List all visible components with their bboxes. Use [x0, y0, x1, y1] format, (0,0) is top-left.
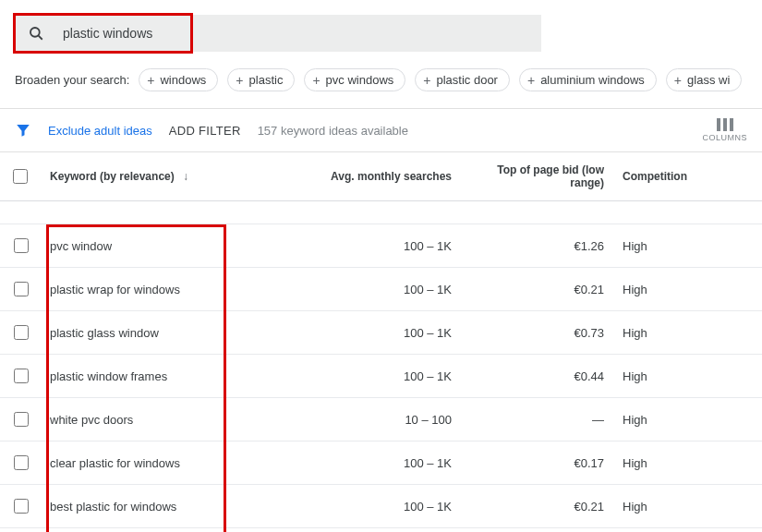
columns-label: COLUMNS [702, 133, 747, 142]
cell-top-bid: €0.73 [461, 311, 613, 355]
table-row: pvc window100 – 1K€1.26High [0, 224, 762, 268]
cell-top-bid: €0.44 [461, 355, 613, 398]
table-row: plastic window frames100 – 1K€0.44High [0, 355, 762, 398]
broaden-search-row: Broaden your search: +windows+plastic+pv… [0, 68, 762, 108]
table-row: clear plastic for windows100 – 1K€0.17Hi… [0, 441, 762, 485]
cell-avg-searches: 100 – 1K [262, 485, 461, 528]
cell-top-bid: €1.26 [461, 224, 613, 268]
search-icon [28, 25, 44, 42]
plus-icon: + [527, 74, 535, 87]
header-avg-searches[interactable]: Avg. monthly searches [262, 152, 461, 201]
sort-desc-icon: ↓ [183, 170, 188, 183]
svg-rect-2 [717, 118, 720, 131]
cell-keyword[interactable]: white pvc doors [41, 398, 262, 441]
chip-label: aluminium windows [540, 73, 645, 87]
cell-top-bid: €0.17 [461, 441, 613, 485]
cell-keyword[interactable]: plastic wrap for windows [41, 268, 262, 311]
select-all-checkbox[interactable] [13, 169, 28, 184]
cell-avg-searches: 100 – 1K [262, 268, 461, 311]
header-competition[interactable]: Competition [613, 152, 762, 201]
header-checkbox-cell [0, 152, 41, 201]
cell-competition: High [613, 355, 762, 398]
search-input[interactable] [61, 25, 528, 42]
cell-keyword[interactable]: outdoor window plastic [41, 528, 262, 533]
cell-competition: High [613, 224, 762, 268]
cell-keyword[interactable]: best plastic for windows [41, 485, 262, 528]
chip-label: windows [160, 73, 206, 87]
broaden-chip[interactable]: +pvc windows [304, 68, 405, 91]
header-keyword[interactable]: Keyword (by relevance) ↓ [41, 152, 262, 201]
cell-top-bid: €0.17 [461, 528, 613, 533]
cell-competition: High [613, 398, 762, 441]
table-row: plastic wrap for windows100 – 1K€0.21Hig… [0, 268, 762, 311]
cell-top-bid: — [461, 398, 613, 441]
cell-top-bid: €0.21 [461, 268, 613, 311]
cell-competition: High [613, 485, 762, 528]
chip-label: glass wi [687, 73, 730, 87]
table-row: plastic glass window100 – 1K€0.73High [0, 311, 762, 355]
plus-icon: + [147, 74, 154, 87]
row-checkbox[interactable] [14, 455, 29, 470]
cell-avg-searches: 100 – 1K [262, 224, 461, 268]
header-top-bid[interactable]: Top of page bid (low range) [461, 152, 613, 201]
row-checkbox[interactable] [14, 282, 29, 296]
filter-bar: Exclude adult ideas ADD FILTER 157 keywo… [0, 108, 762, 152]
row-checkbox[interactable] [14, 325, 29, 340]
table-row: best plastic for windows100 – 1K€0.21Hig… [0, 485, 762, 528]
chip-label: plastic door [436, 73, 497, 87]
cell-keyword[interactable]: plastic glass window [41, 311, 262, 355]
cell-competition: High [613, 528, 762, 533]
add-filter-button[interactable]: ADD FILTER [169, 124, 241, 138]
cell-keyword[interactable]: clear plastic for windows [41, 441, 262, 485]
table-row: white pvc doors10 – 100—High [0, 398, 762, 441]
table-row: outdoor window plastic100 – 1K€0.17High [0, 528, 762, 533]
cell-avg-searches: 100 – 1K [262, 355, 461, 398]
broaden-chip[interactable]: +plastic [227, 68, 295, 91]
row-checkbox[interactable] [14, 238, 29, 253]
cell-avg-searches: 100 – 1K [262, 311, 461, 355]
broaden-chip[interactable]: +plastic door [415, 68, 510, 91]
cell-keyword[interactable]: pvc window [41, 224, 262, 268]
svg-point-0 [30, 28, 40, 37]
cell-competition: High [613, 441, 762, 485]
chip-label: pvc windows [326, 73, 394, 87]
broaden-chip[interactable]: +windows [139, 68, 218, 91]
svg-rect-3 [723, 118, 727, 131]
cell-avg-searches: 10 – 100 [262, 398, 461, 441]
keyword-table-body: pvc window100 – 1K€1.26Highplastic wrap … [0, 224, 762, 532]
broaden-label: Broaden your search: [15, 73, 129, 87]
row-checkbox[interactable] [14, 412, 29, 427]
filter-icon[interactable] [15, 122, 31, 139]
cell-avg-searches: 100 – 1K [262, 441, 461, 485]
ideas-count-label: 157 keyword ideas available [258, 124, 408, 138]
row-checkbox[interactable] [14, 369, 29, 383]
cell-top-bid: €0.21 [461, 485, 613, 528]
plus-icon: + [674, 74, 682, 87]
keyword-table: Keyword (by relevance) ↓ Avg. monthly se… [0, 152, 762, 224]
cell-avg-searches: 100 – 1K [262, 528, 461, 533]
plus-icon: + [312, 74, 320, 87]
row-checkbox[interactable] [14, 499, 29, 514]
exclude-adult-link[interactable]: Exclude adult ideas [48, 124, 152, 138]
cell-keyword[interactable]: plastic window frames [41, 355, 262, 398]
columns-button[interactable]: COLUMNS [702, 118, 747, 142]
search-box[interactable] [15, 15, 541, 52]
plus-icon: + [236, 74, 243, 87]
svg-rect-4 [730, 118, 733, 131]
cell-competition: High [613, 268, 762, 311]
broaden-chip[interactable]: +glass wi [666, 68, 742, 91]
broaden-chip[interactable]: +aluminium windows [519, 68, 657, 91]
svg-line-1 [39, 36, 42, 40]
header-keyword-label: Keyword (by relevance) [50, 170, 175, 183]
chip-label: plastic [249, 73, 284, 87]
cell-competition: High [613, 311, 762, 355]
plus-icon: + [423, 74, 430, 87]
